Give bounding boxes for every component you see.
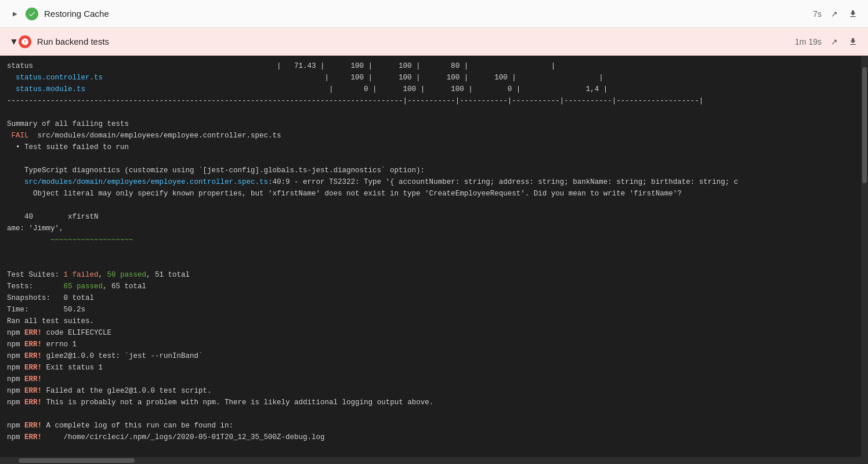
restoring-cache-duration: 7s xyxy=(813,9,822,19)
exclamation-svg xyxy=(21,38,29,46)
chevron-down-icon: ▼ xyxy=(9,37,19,47)
success-icon xyxy=(26,8,38,20)
download-icon[interactable] xyxy=(847,8,859,20)
run-backend-tests-duration: 1m 19s xyxy=(795,37,822,46)
restoring-cache-row[interactable]: ▶ Restoring Cache 7s ↗ xyxy=(0,0,868,28)
horizontal-scrollbar-track[interactable] xyxy=(0,457,868,464)
run-backend-tests-meta: 1m 19s ↗ xyxy=(795,36,859,48)
scrollbar-thumb xyxy=(862,67,867,183)
error-icon xyxy=(19,35,31,48)
run-backend-download-svg xyxy=(848,37,858,46)
run-backend-tests-row[interactable]: ▼ Run backend tests 1m 19s ↗ xyxy=(0,28,868,56)
download-svg xyxy=(848,9,858,19)
terminal-scrollable[interactable]: status | 71.43 | 100 | 100 | 80 | | stat… xyxy=(0,60,868,452)
run-backend-tests-download-icon[interactable] xyxy=(847,36,859,48)
checkmark-icon xyxy=(28,10,36,18)
vertical-scrollbar[interactable] xyxy=(861,56,868,457)
chevron-right-icon: ▶ xyxy=(9,8,21,20)
restoring-cache-title: Restoring Cache xyxy=(44,9,813,19)
restoring-cache-meta: 7s ↗ xyxy=(813,8,859,20)
terminal-wrapper: status | 71.43 | 100 | 100 | 80 | | stat… xyxy=(0,56,868,464)
ci-container: ▶ Restoring Cache 7s ↗ ▼ Run backend tes… xyxy=(0,0,868,464)
terminal-output: status | 71.43 | 100 | 100 | 80 | | stat… xyxy=(7,60,861,452)
run-backend-tests-title: Run backend tests xyxy=(37,37,795,46)
horizontal-scrollbar-thumb xyxy=(19,458,135,463)
run-backend-tests-external-link-icon[interactable]: ↗ xyxy=(829,36,840,48)
terminal-content: status | 71.43 | 100 | 100 | 80 | | stat… xyxy=(0,56,868,457)
external-link-icon[interactable]: ↗ xyxy=(829,8,840,20)
